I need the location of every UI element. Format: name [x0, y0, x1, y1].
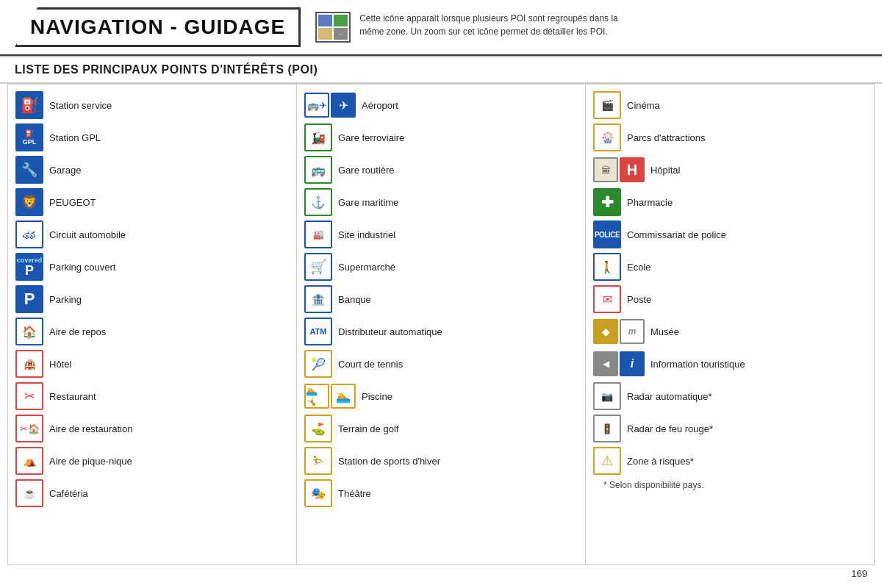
bus-icon: 🚌	[304, 156, 332, 184]
list-item: 🚌✈ ✈ Aéroport	[300, 89, 582, 121]
ski-icon: ⛷	[304, 447, 332, 475]
cinema-icon: 🎬	[593, 91, 621, 119]
pool-icon: 🏊🤸 🏊	[304, 384, 356, 409]
poi-label: Piscine	[362, 391, 392, 402]
list-item: ✂ Restaurant	[11, 380, 293, 412]
poi-grid: ⛽ Station service ⛽GPL Station GPL 🔧 Gar…	[7, 84, 875, 565]
poi-label: Commissariat de police	[627, 229, 726, 240]
bank-icon: 🏦	[304, 285, 332, 313]
list-item: 🏦 Banque	[300, 283, 582, 315]
poi-label: Gare maritime	[338, 197, 398, 208]
list-item: 🎬 Cinéma	[589, 89, 871, 121]
poi-label: Hôpital	[650, 165, 680, 176]
police-icon: POLICE	[593, 220, 621, 248]
list-item: covered P Parking couvert	[11, 251, 293, 283]
poi-column-1: ⛽ Station service ⛽GPL Station GPL 🔧 Gar…	[8, 85, 297, 564]
list-item: 🛒 Supermarché	[300, 251, 582, 283]
rest-area-icon: 🏠	[15, 318, 43, 345]
post-icon: ✉	[593, 285, 621, 313]
page-number: 169	[0, 565, 882, 585]
ferry-icon: ⚓	[304, 188, 332, 216]
poi-label: Station de sports d'hiver	[338, 456, 440, 467]
list-item: ◆ m Musée	[589, 315, 871, 348]
poi-label: Station GPL	[49, 132, 101, 143]
poi-label: Parking couvert	[49, 262, 115, 273]
poi-label: Terrain de golf	[338, 423, 398, 434]
peugeot-icon: 🦁	[15, 188, 43, 216]
gpl-icon: ⛽GPL	[15, 123, 43, 151]
poi-label: Zone à risques*	[627, 456, 694, 467]
chapter-title-box: NAVIGATION - GUIDAGE	[15, 7, 301, 47]
list-item: ✂🏠 Aire de restauration	[11, 412, 293, 445]
list-item: POLICE Commissariat de police	[589, 218, 871, 251]
pharmacy-icon: ✚	[593, 188, 621, 216]
poi-label: Radar automatique*	[627, 391, 712, 402]
list-item: 🎡 Parcs d'attractions	[589, 121, 871, 154]
list-item: ⛳ Terrain de golf	[300, 412, 582, 445]
list-item: 🚶 Ecole	[589, 251, 871, 283]
poi-label: Ecole	[627, 262, 651, 273]
list-item: P Parking	[11, 283, 293, 315]
chapter-title: NAVIGATION - GUIDAGE	[30, 15, 285, 39]
poi-label: Garage	[49, 165, 81, 176]
poi-label: Gare routière	[338, 165, 395, 176]
list-item: ⛺ Aire de pique-nique	[11, 445, 293, 477]
school-icon: 🚶	[593, 253, 621, 281]
poi-label: Musée	[650, 326, 679, 337]
poi-label: Information touristique	[650, 359, 745, 370]
list-item: ⛽GPL Station GPL	[11, 121, 293, 154]
poi-label: Gare ferroviaire	[338, 132, 404, 143]
supermarket-icon: 🛒	[304, 253, 332, 281]
atm-icon: ATM	[304, 318, 332, 345]
poi-label: Restaurant	[49, 391, 96, 402]
list-item: 🎭 Théâtre	[300, 477, 582, 509]
train-icon: 🚂	[304, 123, 332, 151]
risk-icon: ⚠	[593, 447, 621, 475]
theatre-icon: 🎭	[304, 479, 332, 507]
poi-label: Aire de pique-nique	[49, 456, 132, 467]
list-item: 🔧 Garage	[11, 154, 293, 186]
radar-auto-icon: 📷	[593, 382, 621, 410]
list-item: 🏨 Hôtel	[11, 348, 293, 380]
list-item: ⚓ Gare maritime	[300, 186, 582, 218]
museum-icon: ◆ m	[593, 319, 645, 344]
list-item: 📷 Radar automatique*	[589, 380, 871, 412]
poi-label: Supermarché	[338, 262, 395, 273]
poi-label: Banque	[338, 294, 371, 305]
poi-label: Distributeur automatique	[338, 326, 442, 337]
list-item: ☕ Cafétéria	[11, 477, 293, 509]
list-item: 🏊🤸 🏊 Piscine	[300, 380, 582, 412]
rest-food-icon: ✂🏠	[15, 415, 43, 442]
airport-icon: 🚌✈ ✈	[304, 93, 356, 118]
attraction-icon: 🎡	[593, 123, 621, 151]
poi-label: Parking	[49, 294, 82, 305]
list-item: 🦁 PEUGEOT	[11, 186, 293, 218]
hospital-icon: 🏛 H	[593, 157, 645, 182]
hotel-icon: 🏨	[15, 350, 43, 378]
list-item: 🏭 Site industriel	[300, 218, 582, 251]
poi-label: Circuit automobile	[49, 229, 126, 240]
list-item: ◀ i Information touristique	[589, 348, 871, 380]
poi-column-2: 🚌✈ ✈ Aéroport 🚂 Gare ferroviaire 🚌 Gare …	[297, 85, 586, 564]
list-item: ✉ Poste	[589, 283, 871, 315]
poi-label: Poste	[627, 294, 651, 305]
header-icon-area: Cette icône apparaît lorsque plusieurs P…	[315, 12, 639, 43]
list-item: ✚ Pharmacie	[589, 186, 871, 218]
header-note: Cette icône apparaît lorsque plusieurs P…	[359, 12, 639, 38]
poi-label: Court de tennis	[338, 359, 403, 370]
poi-column-3: 🎬 Cinéma 🎡 Parcs d'attractions 🏛 H Hôpit…	[586, 85, 874, 564]
list-item: 🏛 H Hôpital	[589, 154, 871, 186]
footnote: * Selon disponibilité pays.	[596, 477, 864, 493]
list-item: ATM Distributeur automatique	[300, 315, 582, 348]
restaurant-icon: ✂	[15, 382, 43, 410]
list-item: 🚌 Gare routière	[300, 154, 582, 186]
industrial-icon: 🏭	[304, 220, 332, 248]
poi-label: Parcs d'attractions	[627, 132, 706, 143]
list-item: 🚂 Gare ferroviaire	[300, 121, 582, 154]
picnic-icon: ⛺	[15, 447, 43, 475]
tourinfo-icon: ◀ i	[593, 351, 645, 376]
radar-feu-icon: 🚦	[593, 415, 621, 442]
circuit-icon: 🏎	[15, 220, 43, 248]
poi-label: PEUGEOT	[49, 197, 96, 208]
garage-icon: 🔧	[15, 156, 43, 184]
